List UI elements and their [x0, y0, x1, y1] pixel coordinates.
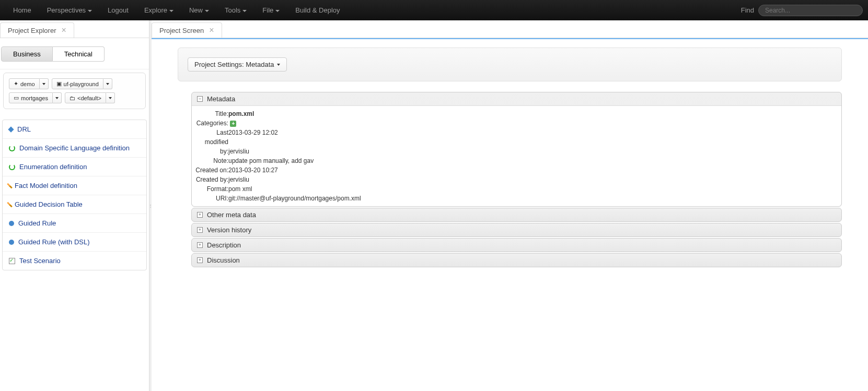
crumb-project-dropdown[interactable] [53, 92, 62, 103]
nav-home[interactable]: Home [5, 0, 39, 20]
asset-label: Guided Decision Table [15, 200, 83, 208]
meta-key-note: Note: [192, 156, 228, 165]
crumb-label: mortgages [21, 95, 48, 101]
chevron-down-icon [88, 10, 92, 12]
check-icon: ✓ [9, 258, 15, 264]
chevron-down-icon [42, 83, 45, 85]
expand-icon[interactable]: + [197, 242, 203, 248]
dot-icon [9, 240, 14, 245]
panel-other-header[interactable]: + Other meta data [192, 208, 841, 221]
asset-decision-table[interactable]: Guided Decision Table [3, 195, 146, 214]
refresh-icon [9, 145, 15, 151]
crumb-label: uf-playground [64, 81, 99, 87]
crumb-project[interactable]: ▭mortgages [9, 92, 62, 103]
add-category-button[interactable]: + [228, 119, 236, 128]
panel-discussion-header[interactable]: + Discussion [192, 254, 841, 267]
meta-key-lastmod: Last modified [192, 128, 228, 147]
expand-icon[interactable]: + [197, 227, 203, 233]
asset-guided-rule[interactable]: Guided Rule [3, 214, 146, 233]
meta-val-createdby: jervisliu [228, 175, 249, 184]
meta-val-note: update pom manually, add gav [228, 156, 314, 165]
nav-file[interactable]: File [254, 0, 287, 20]
meta-key-uri: URI: [192, 194, 228, 203]
pencil-icon [7, 183, 13, 188]
right-tab-bar: Project Screen × [152, 20, 868, 38]
crumb-org-dropdown[interactable] [40, 78, 49, 89]
dot-icon [9, 221, 14, 226]
nav-build-deploy[interactable]: Build & Deploy [287, 0, 348, 20]
meta-val-by: jervisliu [228, 147, 249, 156]
close-icon[interactable]: × [209, 26, 214, 34]
right-panel: Project Screen × Project Settings: Metad… [152, 20, 868, 391]
close-icon[interactable]: × [61, 26, 66, 34]
asset-label: Domain Specific Language definition [19, 144, 130, 152]
crumb-repo[interactable]: ▣uf-playground [52, 78, 112, 89]
puzzle-icon: ✦ [14, 80, 18, 87]
view-toggle-wrap: Business Technical [0, 38, 149, 69]
panel-version-history: + Version history [191, 223, 842, 237]
nav-tools[interactable]: Tools [217, 0, 254, 20]
panel-discussion: + Discussion [191, 253, 842, 267]
meta-key-by: by: [192, 147, 228, 156]
nav-explore[interactable]: Explore [136, 0, 181, 20]
main-layout: Project Explorer × Business Technical ✦d… [0, 20, 868, 391]
project-settings-dropdown[interactable]: Project Settings: Metadata [188, 57, 287, 72]
meta-val-uri: git://master@uf-playground/mortgages/pom… [228, 194, 361, 203]
search-input[interactable] [758, 5, 863, 16]
toggle-technical[interactable]: Technical [53, 46, 105, 62]
refresh-icon [9, 164, 15, 170]
breadcrumb-box: ✦demo ▣uf-playground ▭mortgages 🗀<defaul… [3, 73, 146, 109]
top-navbar: Home Perspectives Logout Explore New Too… [0, 0, 868, 20]
settings-bar: Project Settings: Metadata [178, 48, 842, 81]
expand-icon[interactable]: + [197, 212, 203, 218]
meta-key-categories: Categories: [192, 119, 228, 128]
chevron-down-icon [106, 83, 109, 85]
asset-label: Guided Rule (with DSL) [18, 238, 90, 246]
project-icon: ▭ [14, 94, 19, 101]
nav-label: Tools [225, 6, 240, 14]
tab-label: Project Screen [159, 27, 204, 34]
collapse-icon[interactable]: − [197, 96, 203, 102]
chevron-down-icon [242, 10, 247, 12]
asset-guided-rule-dsl[interactable]: Guided Rule (with DSL) [3, 233, 146, 252]
asset-fact-model[interactable]: Fact Model definition [3, 176, 146, 195]
meta-val-created: 2013-03-20 10:27 [228, 165, 278, 175]
asset-test-scenario[interactable]: ✓Test Scenario [3, 252, 146, 270]
folder-icon: 🗀 [70, 95, 75, 101]
toggle-business[interactable]: Business [1, 46, 53, 62]
panel-title: Other meta data [207, 211, 256, 219]
crumb-org[interactable]: ✦demo [9, 78, 49, 89]
nav-label: Explore [144, 6, 167, 14]
crumb-package-dropdown[interactable] [106, 92, 115, 103]
panel-version-header[interactable]: + Version history [192, 223, 841, 236]
tab-project-explorer[interactable]: Project Explorer × [0, 22, 74, 38]
nav-perspectives[interactable]: Perspectives [39, 0, 100, 20]
left-tab-bar: Project Explorer × [0, 20, 149, 38]
nav-logout[interactable]: Logout [100, 0, 136, 20]
nav-label: New [189, 6, 203, 14]
panel-metadata: − Metadata Title:pom.xml Categories: + L… [191, 92, 842, 207]
nav-new[interactable]: New [181, 0, 217, 20]
panel-metadata-header[interactable]: − Metadata [192, 92, 841, 105]
nav-label: Logout [108, 6, 129, 14]
expand-icon[interactable]: + [197, 257, 203, 263]
asset-dsl[interactable]: Domain Specific Language definition [3, 139, 146, 158]
crumb-repo-dropdown[interactable] [103, 78, 112, 89]
crumb-package[interactable]: 🗀<default> [65, 92, 115, 103]
asset-enum[interactable]: Enumeration definition [3, 158, 146, 176]
tab-project-screen[interactable]: Project Screen × [152, 22, 222, 38]
metadata-panels: − Metadata Title:pom.xml Categories: + L… [191, 92, 842, 267]
asset-label: Guided Rule [18, 219, 56, 227]
nav-label: Perspectives [47, 6, 86, 14]
panel-title: Metadata [207, 95, 235, 103]
meta-val-title: pom.xml [228, 110, 254, 117]
panel-metadata-body: Title:pom.xml Categories: + Last modifie… [192, 105, 841, 206]
left-panel: Project Explorer × Business Technical ✦d… [0, 20, 149, 391]
tab-label: Project Explorer [8, 27, 56, 34]
meta-val-lastmod: 2013-03-29 12:02 [228, 128, 278, 147]
panel-description-header[interactable]: + Description [192, 239, 841, 252]
meta-key-format: Format: [192, 184, 228, 194]
asset-drl[interactable]: DRL [3, 120, 146, 139]
panel-title: Discussion [207, 256, 240, 264]
meta-key-created: Created on: [192, 165, 228, 175]
